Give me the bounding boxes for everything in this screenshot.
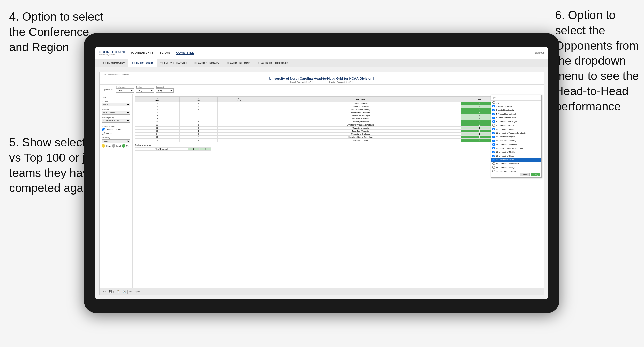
dropdown-item-label: 4. Arizona State University <box>496 113 517 115</box>
radio-top-100[interactable]: Top 100 <box>102 132 130 135</box>
nav-teams[interactable]: TEAMS <box>160 51 170 55</box>
nav-signout[interactable]: Sign out <box>534 51 544 54</box>
bottom-toolbar: ↩ ↪ 💾 ⎘ 📋 🕐 View: Original <box>100 288 544 295</box>
list-item[interactable]: 13. Texas Tech University <box>491 139 541 143</box>
cell-rank: 4 <box>135 108 180 111</box>
logo-sub: Powered by Aeqord <box>99 54 125 56</box>
list-item[interactable]: 23. Texas A&M University <box>491 169 541 172</box>
dropdown-item-label: 16. University of Florida <box>496 151 515 153</box>
cell-opponent: Florida State University <box>260 111 461 114</box>
list-item[interactable]: 18. University of Illinois <box>491 154 541 158</box>
dropdown-item-label: 3. Vanderbilt University <box>496 109 514 111</box>
tablet-screen: 5COREBOARD Powered by Aeqord TOURNAMENTS… <box>95 47 548 299</box>
logo-text: 5COREBOARD <box>99 50 125 54</box>
list-item[interactable]: 3. Vanderbilt University <box>491 108 541 112</box>
cell-conf <box>217 114 260 117</box>
paste-icon[interactable]: 📋 <box>116 290 119 293</box>
cell-conf <box>217 136 260 139</box>
cell-reg: 6 <box>179 123 217 127</box>
filter-conference: Conference (All) <box>116 86 134 93</box>
sidebar-team-label: Team <box>102 96 130 98</box>
save-icon[interactable]: 💾 <box>109 290 112 293</box>
list-item[interactable]: 15. Georgia Institute of Technology <box>491 146 541 150</box>
nav-links: TOURNAMENTS TEAMS COMMITTEE <box>130 51 534 55</box>
region-select[interactable]: (All) <box>136 88 154 93</box>
list-item[interactable]: 12. University of Virginia <box>491 135 541 139</box>
legend-label-level: Level <box>116 145 121 147</box>
list-item[interactable]: 11. University of Arkansas, Fayetteville <box>491 131 541 135</box>
opponent-view: Opponent View Opponents Played Top 100 <box>102 125 130 135</box>
sidebar-division-label: Division <box>102 108 130 110</box>
colour-by-select[interactable]: Win/loss <box>102 139 130 143</box>
legend-dot-up <box>122 144 125 148</box>
list-item[interactable]: 14. University of Oklahoma <box>491 143 541 146</box>
list-item[interactable]: (All) <box>491 101 541 104</box>
cell-conf <box>217 105 260 108</box>
cell-reg: 2 <box>179 111 217 114</box>
region-label: Region <box>136 86 154 88</box>
list-item[interactable]: 4. Arizona State University <box>491 112 541 116</box>
table-area: #Rank #Reg #Conf Opponent Win Loss 2 <box>133 94 544 288</box>
cell-conf <box>217 120 260 123</box>
sidebar-gender-label: Gender <box>102 100 130 102</box>
dropdown-item-label: 8. University of Washington <box>496 121 517 122</box>
clock-icon[interactable]: 🕐 <box>123 290 126 293</box>
th-reg: #Reg <box>179 97 217 102</box>
subnav-team-summary[interactable]: TEAM SUMMARY <box>99 59 128 67</box>
table-row: 8 2 University of Washington 1 0 <box>135 114 542 117</box>
nav-bar: 5COREBOARD Powered by Aeqord TOURNAMENTS… <box>95 47 548 59</box>
subnav-player-h2h-heatmap[interactable]: PLAYER H2H HEATMAP <box>254 59 292 67</box>
list-item[interactable]: 6. Florida State University <box>491 116 541 120</box>
list-item[interactable]: 8. University of Washington <box>491 120 541 123</box>
subnav-team-h2h-grid[interactable]: TEAM H2H GRID <box>128 59 157 67</box>
subnav-player-summary[interactable]: PLAYER SUMMARY <box>191 59 223 67</box>
table-row: 4 1 Arizona State University 5 1 <box>135 108 542 111</box>
filter-opponent: Opponent (All) <box>156 86 174 93</box>
list-item[interactable]: 16. University of Florida <box>491 150 541 154</box>
cell-rank: 15 <box>135 136 180 139</box>
subnav-team-h2h-heatmap[interactable]: TEAM H2H HEATMAP <box>157 59 191 67</box>
cell-opponent: University of Florida <box>260 139 461 142</box>
cell-reg: 5 <box>179 120 217 123</box>
out-division-loss: 0 <box>200 148 211 151</box>
division-select[interactable]: NCAA Division I <box>102 111 130 115</box>
conference-select[interactable]: (All) <box>116 88 134 93</box>
list-item[interactable]: 2. Auburn University <box>491 104 541 108</box>
table-header-row: #Rank #Reg #Conf Opponent Win Loss <box>135 97 542 102</box>
nav-tournaments[interactable]: TOURNAMENTS <box>130 51 154 55</box>
sidebar-division: Division NCAA Division I <box>102 108 130 115</box>
cell-rank: 13 <box>135 130 180 133</box>
cell-opponent: University of Alabama <box>260 120 461 123</box>
cell-reg: 3 <box>179 117 217 120</box>
dropdown-item-label: 13. Texas Tech University <box>496 140 516 142</box>
list-item[interactable]: 10. University of Alabama <box>491 127 541 131</box>
cell-reg: 3 <box>179 127 217 130</box>
cell-reg: 2 <box>179 114 217 117</box>
dropdown-search-input[interactable] <box>492 96 540 99</box>
dropdown-item-label: 10. University of Alabama <box>496 128 516 130</box>
legend-dot-down <box>102 144 105 148</box>
copy-icon[interactable]: ⎘ <box>113 290 115 293</box>
subnav-player-h2h-grid[interactable]: PLAYER H2H GRID <box>223 59 254 67</box>
out-of-division: Out of division NCAA Division II 1 0 <box>135 144 542 151</box>
list-item[interactable]: 20. University of Texas <box>491 158 541 162</box>
cancel-button[interactable]: Cancel <box>520 173 530 176</box>
redo-icon[interactable]: ↪ <box>105 290 107 293</box>
filter-region: Region (All) <box>136 86 154 93</box>
apply-button[interactable]: Apply <box>531 173 540 176</box>
list-item[interactable]: 21. University of New Mexico <box>491 162 541 165</box>
report-panel: Last Updated: 4/7/2024 16:55:38 Universi… <box>99 72 544 295</box>
list-item[interactable]: 22. University of Georgia <box>491 165 541 169</box>
cell-rank: 10 <box>135 120 180 123</box>
cell-reg: 1 <box>179 130 217 133</box>
school-select[interactable]: 1. University of Nort... <box>102 119 130 123</box>
nav-committee[interactable]: COMMITTEE <box>176 51 194 55</box>
opponent-label: Opponent <box>156 86 174 88</box>
undo-icon[interactable]: ↩ <box>102 290 104 293</box>
division-record: Division Record: 88 - 17 - 0 <box>329 81 354 83</box>
list-item[interactable]: 9. University of Arizona <box>491 123 541 127</box>
radio-opponents-played[interactable]: Opponents Played <box>102 128 130 131</box>
gender-select[interactable]: Men's <box>102 103 130 106</box>
out-division-win: 1 <box>188 148 200 151</box>
opponent-select[interactable]: (All) <box>156 88 174 93</box>
